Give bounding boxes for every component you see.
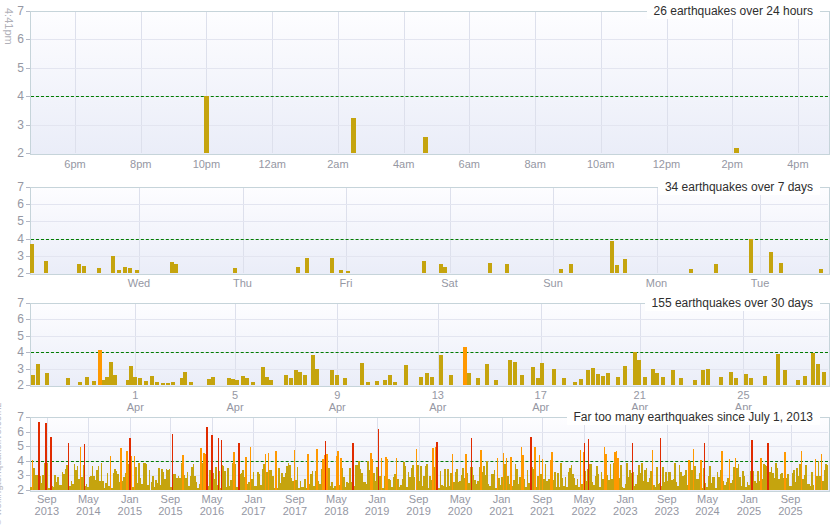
quake-bar <box>734 148 739 153</box>
quake-bar <box>637 360 641 385</box>
quake-bar <box>505 264 509 274</box>
y-tick-mark <box>26 96 30 97</box>
quake-bar <box>422 261 426 273</box>
quake-bar <box>767 443 769 490</box>
quake-bar <box>610 241 614 273</box>
quake-bar <box>439 355 443 385</box>
quake-bar <box>700 460 702 490</box>
quake-bar <box>383 380 387 385</box>
y-tick-mark <box>26 273 30 274</box>
y-tick-label: 5 <box>4 215 24 227</box>
y-tick-mark <box>26 490 30 491</box>
y-tick-label: 7 <box>4 411 24 423</box>
quake-bar <box>381 458 383 490</box>
y-tick-label: 5 <box>4 440 24 452</box>
quake-bar <box>66 378 70 385</box>
quake-bar <box>204 96 209 153</box>
x-tick-label: 10pm <box>182 158 230 170</box>
quake-bar <box>425 373 429 385</box>
quake-bar <box>218 438 220 490</box>
quake-bar <box>540 363 544 385</box>
quake-bar <box>751 440 753 490</box>
gridline-vertical <box>553 188 554 273</box>
x-tick-label: Mon <box>633 277 681 289</box>
y-tick-mark <box>26 475 30 476</box>
threshold-line-m4 <box>31 96 828 97</box>
quake-bar <box>44 261 48 273</box>
y-tick-label: 6 <box>4 33 24 45</box>
quake-bar <box>643 377 647 385</box>
quake-bar <box>436 442 438 490</box>
quake-bar <box>360 363 364 385</box>
gridline-vertical <box>601 12 602 153</box>
x-tick-label: 6pm <box>51 158 99 170</box>
x-tick-label: 5 Apr <box>211 389 259 413</box>
x-tick-label: 10am <box>577 158 625 170</box>
quake-bar <box>36 364 40 385</box>
quake-bar <box>693 380 697 385</box>
y-tick-label: 7 <box>4 297 24 309</box>
y-tick-mark <box>26 319 30 320</box>
quake-bar <box>183 372 187 385</box>
quake-bar <box>816 364 820 385</box>
quake-bar <box>128 268 132 273</box>
gridline-vertical <box>338 12 339 153</box>
quake-bar <box>78 382 82 385</box>
y-tick-mark <box>26 221 30 222</box>
quake-bar <box>485 364 489 385</box>
quake-bar <box>426 464 428 490</box>
gridline-horizontal <box>31 336 828 337</box>
quake-bar <box>330 258 334 274</box>
threshold-line-m4 <box>31 352 828 353</box>
quake-bar <box>623 366 627 385</box>
quake-bar <box>749 239 753 273</box>
y-tick-mark <box>26 446 30 447</box>
earthquake-magnitude-charts: 4:41pm © wellingtonquakelive.co.nz 6pm8p… <box>0 0 835 530</box>
quake-bar <box>744 374 748 386</box>
y-tick-label: 2 <box>4 147 24 159</box>
quake-bar <box>330 370 334 385</box>
y-tick-mark <box>26 39 30 40</box>
gridline-horizontal <box>31 432 828 433</box>
x-tick-label: 12pm <box>643 158 691 170</box>
quake-bar <box>296 267 300 273</box>
quake-bar <box>689 269 693 273</box>
x-tick-label: Fri <box>322 277 370 289</box>
quake-bar <box>706 369 710 385</box>
quake-bar <box>343 378 347 385</box>
quake-bar <box>135 270 139 273</box>
quake-bar <box>68 443 70 490</box>
quake-bar <box>729 372 733 385</box>
quake-bar <box>467 373 471 385</box>
gridline-vertical <box>235 304 236 385</box>
quake-bar <box>346 271 350 273</box>
x-tick-label: 2am <box>314 158 362 170</box>
quake-bar <box>211 377 215 385</box>
quake-bar <box>238 443 240 490</box>
x-tick-label: Sep 2025 <box>767 493 815 517</box>
y-tick-label: 6 <box>4 313 24 325</box>
y-tick-mark <box>26 336 30 337</box>
quake-bar <box>366 382 370 385</box>
quake-bar <box>161 383 165 385</box>
x-tick-label: 8pm <box>117 158 165 170</box>
quake-bar <box>351 118 356 153</box>
quake-bar <box>174 264 178 273</box>
quake-bar <box>189 382 193 385</box>
quake-bar <box>233 268 237 273</box>
quake-bar <box>85 377 89 385</box>
quake-bar <box>339 270 343 273</box>
quake-bar <box>471 438 473 490</box>
x-tick-label: Tue <box>736 277 784 289</box>
quake-bar <box>77 264 81 274</box>
quake-bar <box>606 373 610 385</box>
x-tick-label: Wed <box>115 277 163 289</box>
quake-bar <box>734 378 738 385</box>
quake-bar <box>47 463 49 490</box>
quake-bar <box>305 258 309 273</box>
y-tick-label: 7 <box>4 5 24 17</box>
watermark: © wellingtonquakelive.co.nz <box>0 402 3 526</box>
quake-bar <box>82 266 86 273</box>
quake-bar <box>513 362 517 385</box>
x-tick-label: 13 Apr <box>414 389 462 413</box>
